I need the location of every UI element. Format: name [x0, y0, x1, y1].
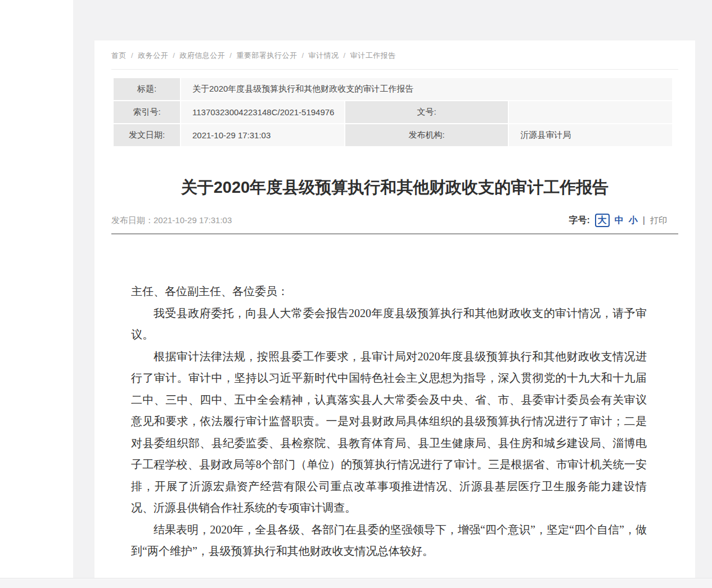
article-paragraph: 根据审计法律法规，按照县委工作要求，县审计局对2020年度县级预算执行和其他财政… [131, 346, 647, 519]
breadcrumb-separator: / [229, 51, 232, 60]
table-row: 索引号: 11370323004223148C/2021-5194976 文号: [113, 101, 673, 124]
breadcrumb-item[interactable]: 审计工作报告 [350, 51, 396, 60]
meta-value-date: 2021-10-29 17:31:03 [181, 124, 345, 147]
content-card: 首页/政务公开/政府信息公开/重要部署执行公开/审计情况/审计工作报告 标题: … [94, 40, 695, 578]
publish-date-label: 发布日期： [111, 215, 154, 225]
font-size-controls: 字号: 大 中 小 | 打印 [569, 214, 667, 227]
breadcrumb-item[interactable]: 政府信息公开 [179, 51, 225, 60]
breadcrumb-item[interactable]: 重要部署执行公开 [236, 51, 297, 60]
breadcrumb-separator: / [173, 51, 175, 60]
meta-label-date: 发文日期: [113, 124, 181, 147]
article-paragraph: 结果表明，2020年，全县各级、各部门在县委的坚强领导下，增强“四个意识”，坚定… [131, 519, 647, 562]
meta-table: 标题: 关于2020年度县级预算执行和其他财政收支的审计工作报告 索引号: 11… [112, 77, 673, 147]
breadcrumb-separator: / [131, 51, 133, 60]
page: 首页/政务公开/政府信息公开/重要部署执行公开/审计情况/审计工作报告 标题: … [0, 0, 712, 588]
article-body: 主任、各位副主任、各位委员：我受县政府委托，向县人大常委会报告2020年度县级预… [131, 234, 647, 562]
font-size-large-button[interactable]: 大 [595, 214, 610, 227]
publish-date: 发布日期：2021-10-29 17:31:03 [111, 215, 232, 226]
meta-value-index: 11370323004223148C/2021-5194976 [181, 101, 345, 124]
breadcrumb-item[interactable]: 首页 [111, 51, 127, 60]
table-row: 标题: 关于2020年度县级预算执行和其他财政收支的审计工作报告 [113, 78, 673, 101]
breadcrumb: 首页/政务公开/政府信息公开/重要部署执行公开/审计情况/审计工作报告 [111, 51, 678, 70]
article-paragraph: 我受县政府委托，向县人大常委会报告2020年度县级预算执行和其他财政收支的审计情… [131, 302, 647, 346]
breadcrumb-item[interactable]: 政务公开 [138, 51, 168, 60]
breadcrumb-separator: / [301, 51, 304, 60]
page-title: 关于2020年度县级预算执行和其他财政收支的审计工作报告 [111, 177, 678, 199]
table-row: 发文日期: 2021-10-29 17:31:03 发布机构: 沂源县审计局 [113, 124, 673, 147]
meta-label-index: 索引号: [113, 101, 181, 124]
meta-value-docnum [508, 101, 673, 124]
meta-label-title: 标题: [113, 78, 181, 101]
meta-label-docnum: 文号: [345, 101, 509, 124]
font-size-label: 字号: [569, 215, 590, 227]
meta-label-agency: 发布机构: [345, 124, 509, 147]
breadcrumb-separator: / [344, 51, 346, 60]
meta-value-title: 关于2020年度县级预算执行和其他财政收支的审计工作报告 [181, 78, 673, 101]
font-size-medium-button[interactable]: 中 [615, 215, 624, 227]
font-size-small-button[interactable]: 小 [629, 215, 638, 227]
divider: | [643, 215, 645, 225]
publish-date-value: 2021-10-29 17:31:03 [154, 215, 232, 225]
breadcrumb-item[interactable]: 审计情况 [309, 51, 339, 60]
meta-value-agency: 沂源县审计局 [508, 124, 673, 147]
print-button[interactable]: 打印 [650, 215, 667, 226]
article-paragraph: 主任、各位副主任、各位委员： [131, 281, 647, 302]
article-meta-row: 发布日期：2021-10-29 17:31:03 字号: 大 中 小 | 打印 [111, 214, 667, 227]
footer-strip [0, 578, 712, 588]
